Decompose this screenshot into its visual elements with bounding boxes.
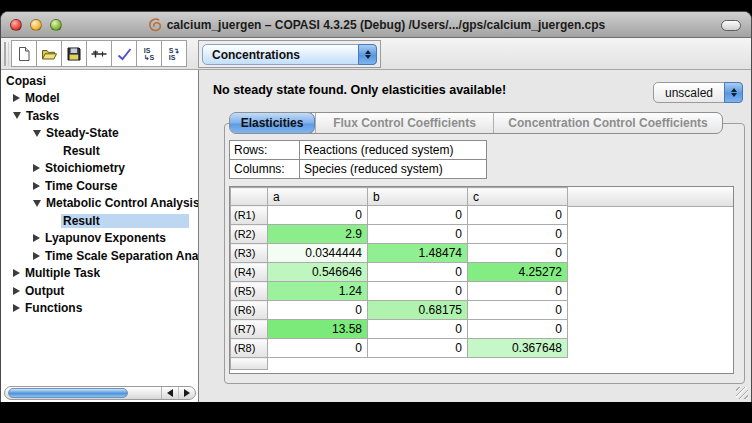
matrix-cell[interactable]: 1.48474: [368, 244, 468, 263]
copasi-logo-icon: [147, 17, 162, 32]
matrix-row-header[interactable]: (R3): [231, 244, 268, 263]
matrix-row-header[interactable]: (R2): [231, 225, 268, 244]
matrix-cell[interactable]: 0: [268, 301, 368, 320]
slider-button[interactable]: [86, 40, 112, 67]
sidebar-item-functions[interactable]: Functions: [1, 300, 198, 318]
matrix-cell[interactable]: 0: [468, 206, 568, 225]
save-file-button[interactable]: [61, 40, 87, 67]
sidebar-item-tasks[interactable]: Tasks: [1, 107, 198, 125]
matrix-cell[interactable]: 0: [368, 339, 468, 358]
minimize-button[interactable]: [30, 19, 42, 31]
matrix-row: (R8)000.367648: [231, 339, 568, 358]
open-file-button[interactable]: [36, 40, 62, 67]
tree-expand-icon[interactable]: [13, 304, 20, 312]
matrix-column-header[interactable]: c: [468, 188, 568, 206]
tree-expand-icon[interactable]: [33, 234, 40, 242]
tree-collapse-icon[interactable]: [13, 112, 21, 119]
sidebar-item-steady-state[interactable]: Steady-State: [1, 125, 198, 143]
matrix-cell[interactable]: 0: [268, 206, 368, 225]
matrix-cell[interactable]: 0.367648: [468, 339, 568, 358]
tree-expand-icon[interactable]: [33, 182, 40, 190]
matrix-cell[interactable]: 0: [468, 244, 568, 263]
matrix-cell[interactable]: 4.25272: [468, 263, 568, 282]
matrix-cell[interactable]: 0.68175: [368, 301, 468, 320]
titlebar[interactable]: calcium_juergen – COPASI 4.3.25 (Debug) …: [1, 12, 751, 38]
stepper-icon[interactable]: [724, 82, 743, 103]
matrix-row-header-stub: [231, 358, 268, 370]
matrix-cell[interactable]: 0: [368, 320, 468, 339]
export-sbml-icon: S↴ IS: [169, 47, 180, 61]
sidebar-item-model[interactable]: Model: [1, 90, 198, 108]
scrollbar-thumb[interactable]: [8, 388, 128, 398]
quantity-selector[interactable]: Concentrations: [202, 44, 377, 65]
import-sbml-button[interactable]: IS ↳S: [136, 40, 162, 67]
tree-expand-icon[interactable]: [13, 269, 20, 277]
sidebar-item-label: Time Scale Separation Anal: [43, 249, 198, 263]
matrix-row-header[interactable]: (R8): [231, 339, 268, 358]
close-button[interactable]: [10, 19, 22, 31]
zoom-button[interactable]: [50, 19, 62, 31]
matrix-cell[interactable]: 0: [368, 282, 468, 301]
sidebar-horizontal-scrollbar[interactable]: [4, 386, 196, 400]
stepper-icon[interactable]: [358, 44, 377, 65]
sidebar-item-multiple-task[interactable]: Multiple Task: [1, 265, 198, 283]
export-sbml-button[interactable]: S↴ IS: [161, 40, 187, 67]
sidebar-item-copasi[interactable]: Copasi: [1, 72, 198, 90]
tree-collapse-icon[interactable]: [33, 200, 41, 207]
matrix-row-header[interactable]: (R4): [231, 263, 268, 282]
matrix-cell[interactable]: 0: [368, 263, 468, 282]
sidebar-item-result[interactable]: Result: [1, 212, 198, 230]
scroll-left-button[interactable]: [162, 387, 178, 399]
sidebar-item-label: Model: [23, 91, 62, 105]
matrix-cell[interactable]: 2.9: [268, 225, 368, 244]
matrix-row-header[interactable]: (R6): [231, 301, 268, 320]
matrix-row-header[interactable]: (R1): [231, 206, 268, 225]
matrix-corner-header[interactable]: [231, 188, 268, 206]
tab-elasticities[interactable]: Elasticities: [229, 112, 315, 134]
sidebar-item-stoichiometry[interactable]: Stoichiometry: [1, 160, 198, 178]
new-file-button[interactable]: [11, 40, 37, 67]
elasticities-table-view: abc(R1)000(R2)2.900(R3)0.03444441.484740…: [229, 186, 734, 374]
window-resize-grip[interactable]: [736, 387, 748, 399]
matrix-cell[interactable]: 0: [368, 225, 468, 244]
main-panel: No steady state found. Only elasticities…: [200, 70, 751, 402]
scrollbar-arrows: [161, 387, 195, 399]
sidebar-item-time-scale-separation-anal[interactable]: Time Scale Separation Anal: [1, 247, 198, 265]
matrix-row-header[interactable]: (R7): [231, 320, 268, 339]
matrix-row-header[interactable]: (R5): [231, 282, 268, 301]
matrix-cell[interactable]: 0: [468, 301, 568, 320]
tab-flux-control-coefficients[interactable]: Flux Control Coefficients: [315, 113, 493, 133]
update-model-button[interactable]: [111, 40, 137, 67]
sidebar-item-result[interactable]: Result: [1, 142, 198, 160]
scroll-right-button[interactable]: [178, 387, 195, 399]
tree-expand-icon[interactable]: [33, 164, 40, 172]
tree-collapse-icon[interactable]: [33, 130, 41, 137]
scale-selector[interactable]: unscaled: [653, 82, 743, 103]
matrix-cell[interactable]: 1.24: [268, 282, 368, 301]
toolbar-toggle-button[interactable]: [721, 20, 741, 31]
matrix-row: (R5)1.2400: [231, 282, 568, 301]
matrix-column-header[interactable]: b: [368, 188, 468, 206]
matrix-row: (R2)2.900: [231, 225, 568, 244]
matrix-cell[interactable]: 0: [368, 206, 468, 225]
matrix-cell[interactable]: 0: [468, 282, 568, 301]
tree-expand-icon[interactable]: [13, 94, 20, 102]
sidebar-item-output[interactable]: Output: [1, 282, 198, 300]
toolbar-drag-handle[interactable]: [4, 42, 9, 66]
matrix-cell[interactable]: 0: [468, 320, 568, 339]
matrix-cell[interactable]: 0.0344444: [268, 244, 368, 263]
matrix-cell[interactable]: 0: [268, 339, 368, 358]
sidebar-item-lyapunov-exponents[interactable]: Lyapunov Exponents: [1, 230, 198, 248]
tree-expand-icon[interactable]: [33, 252, 40, 260]
matrix-cell[interactable]: 0.546646: [268, 263, 368, 282]
sidebar-item-metabolic-control-analysis[interactable]: Metabolic Control Analysis: [1, 195, 198, 213]
rows-value: Reactions (reduced system): [300, 141, 487, 160]
traffic-lights: [10, 19, 62, 31]
tree-expand-icon[interactable]: [13, 287, 20, 295]
matrix-cell[interactable]: 0: [468, 225, 568, 244]
matrix-column-header[interactable]: a: [268, 188, 368, 206]
sidebar-item-time-course[interactable]: Time Course: [1, 177, 198, 195]
columns-value: Species (reduced system): [300, 160, 487, 179]
matrix-cell[interactable]: 13.58: [268, 320, 368, 339]
tab-concentration-control-coefficients[interactable]: Concentration Control Coefficients: [493, 113, 722, 133]
